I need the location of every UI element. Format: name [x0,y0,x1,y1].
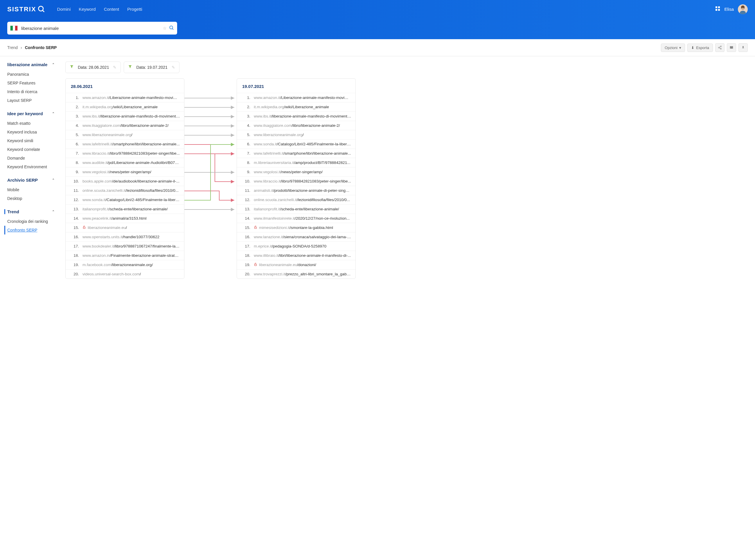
chevron-right-icon: › [21,45,22,50]
serp-row[interactable]: 20.www.trovaprezzi.it/prezzo_altri-libri… [237,269,355,279]
serp-row[interactable]: 16.www.lanazione.it/siena/cronaca/salvat… [237,232,355,241]
serp-url: m.facebook.com/liberazioneanimale.org/ [82,263,180,267]
connectors [185,78,237,279]
serp-row[interactable]: 13.italianonprofit.it/scheda-ente/libera… [65,204,184,214]
share-icon[interactable] [715,43,724,52]
serp-row[interactable]: 12.online.scuola.zanichelli.it/lezionidi… [237,195,355,204]
serp-row[interactable]: 4.www.ilsaggiatore.com/libro/liberazione… [237,121,355,130]
sidebar-section-title[interactable]: liberazione animale⌃ [7,62,58,67]
serp-row[interactable]: 7.www.libraccio.it/libro/9788842821083/p… [65,148,184,158]
breadcrumb-parent[interactable]: Trend [7,45,18,50]
serp-row[interactable]: 17.m.eprice.it/pedagogia-SONDA/d-5258970 [237,241,355,251]
sidebar-item[interactable]: Mobile [7,185,58,194]
nav-link[interactable]: Content [104,7,119,12]
serp-row[interactable]: 6.www.lafeltrinelli.it/smartphone/libri/… [65,139,184,148]
serp-row[interactable]: 19.liberazioneanimale.eu/donazioni/ [237,260,355,269]
sidebar-item[interactable]: Layout SERP [7,96,58,105]
serp-row[interactable]: 10.www.libraccio.it/libro/9788842821083/… [237,176,355,186]
serp-row[interactable]: 17.www.bookdealer.it/libro/9788871067247… [65,241,184,251]
sidebar-item[interactable]: Match esatto [7,119,58,128]
sidebar-item[interactable]: Keyword inclusa [7,128,58,136]
sidebar-item[interactable]: Keyword simili [7,136,58,145]
serp-row[interactable]: 5.www.liberazioneanimale.org/ [237,130,355,139]
serp-row[interactable]: 18.www.illibraio.it/libri/liberazione-an… [237,251,355,260]
sidebar-section-title[interactable]: Trend⌃ [4,209,58,214]
sidebar-section-title[interactable]: Idee per keyword⌃ [7,111,58,116]
serp-url: it.m.wikipedia.org/wiki/Liberazione_anim… [254,105,351,109]
sidebar: liberazione animale⌃PanoramicaSERP Featu… [0,56,58,284]
serp-row[interactable]: 12.www.sonda.it/Catalogo/Libri/2-485/Fin… [65,195,184,204]
serp-rank: 19. [241,263,250,267]
username[interactable]: Elisa [724,7,734,12]
serp-rank: 4. [70,123,79,128]
serp-row[interactable]: 20.videos.universal-search-box.com/ [65,269,184,279]
serp-row[interactable]: 5.www.liberazioneanimale.org/ [65,130,184,139]
content: Data: 28.06.2021 ✎ Data: 19.07.2021 ✎ 28… [58,56,755,284]
serp-row[interactable]: 14.www.peacelink.it/animali/a/3153.html [65,214,184,223]
search-input[interactable] [21,26,160,31]
sidebar-item[interactable]: SERP Features [7,79,58,87]
serp-row[interactable]: 1.www.amazon.it/Liberazione-animale-mani… [65,93,184,102]
pencil-icon[interactable]: ✎ [113,65,116,69]
pushpin-icon[interactable] [738,43,748,52]
serp-row[interactable]: 7.www.lafeltrinelli.it/smartphone/libri/… [237,148,355,158]
filter-date-left[interactable]: Data: 28.06.2021 ✎ [65,61,121,73]
sidebar-item[interactable]: Desktop [7,194,58,203]
logo[interactable]: SISTRIX [7,5,45,13]
serp-row[interactable]: 3.www.ibs.it/liberazione-animale-manifes… [65,112,184,121]
search-icon[interactable] [169,25,174,31]
serp-row[interactable]: 1.www.amazon.it/Liberazione-animale-mani… [237,93,355,102]
serp-row[interactable]: 13.italianonprofit.it/scheda-ente/libera… [237,204,355,214]
serp-col-left: 28.06.2021 1.www.amazon.it/Liberazione-a… [65,78,185,279]
sidebar-item[interactable]: Keyword correlate [7,145,58,154]
apps-icon[interactable] [716,6,720,12]
serp-row[interactable]: 2.it.m.wikipedia.org/wiki/Liberazione_an… [65,102,184,112]
serp-url: liberazioneanimale.eu/ [88,225,180,230]
serp-row[interactable]: 9.www.vegolosi.it/news/peter-singer/amp/ [65,167,184,176]
serp-rank: 6. [241,142,250,146]
serp-row[interactable]: 10.books.apple.com/de/audiobook/liberazi… [65,176,184,186]
serp-row[interactable]: 6.www.sonda.it/Catalogo/Libri/2-485/Fina… [237,139,355,148]
filter-date-right[interactable]: Data: 19.07.2021 ✎ [124,61,179,73]
nav-link[interactable]: Progetti [127,7,142,12]
serp-url: online.scuola.zanichelli.it/lezionidifil… [82,188,180,193]
serp-row[interactable]: 8.www.audible.it/pd/Liberazione-animale-… [65,158,184,167]
options-button[interactable]: Opzioni ▾ [661,43,685,52]
serp-row[interactable]: 9.www.vegolosi.it/news/peter-singer/amp/ [237,167,355,176]
sidebar-item[interactable]: Confronto SERP [4,226,58,235]
serp-rank: 16. [70,235,79,239]
star-icon[interactable]: ☆ [163,26,167,31]
chevron-up-icon: ⌃ [52,178,55,182]
serp-row[interactable]: 16.www.openstarts.units.it/handle/10077/… [65,232,184,241]
serp-row[interactable]: 3.www.ibs.it/liberazione-animale-manifes… [237,112,355,121]
flag-italy-icon[interactable] [10,25,18,31]
serp-rank: 1. [241,96,250,100]
filter-label: Data: 28.06.2021 [78,65,109,69]
serp-row[interactable]: 14.www.ilmanifestoinrete.it/2020/12/27/n… [237,214,355,223]
svg-point-0 [38,6,43,11]
sidebar-section-title[interactable]: Archivio SERP⌃ [7,178,58,182]
nav-link[interactable]: Domini [57,7,71,12]
export-button[interactable]: ⬇ Esporta [688,43,713,52]
serp-row[interactable]: 18.www.amazon.in/Finalmente-liberazione-… [65,251,184,260]
serp-row[interactable]: 8.m.libreriauniversitaria.it/amp/product… [237,158,355,167]
serp-url: it.m.wikipedia.org/wiki/Liberazione_anim… [82,105,180,109]
sidebar-item[interactable]: Cronologia dei ranking [7,217,58,226]
serp-row[interactable]: 4.www.ilsaggiatore.com/libro/liberazione… [65,121,184,130]
sidebar-item[interactable]: Intento di ricerca [7,87,58,96]
serp-row[interactable]: 11.online.scuola.zanichelli.it/lezionidi… [65,186,184,195]
book-icon[interactable] [727,43,736,52]
serp-row[interactable]: 15.liberazioneanimale.eu/ [65,223,184,232]
svg-rect-23 [255,264,257,266]
sidebar-item[interactable]: Panoramica [7,70,58,79]
serp-row[interactable]: 15.mimesisedizioni.it/smontare-la-gabbia… [237,223,355,232]
avatar[interactable] [738,4,748,14]
sidebar-item[interactable]: Domande [7,154,58,162]
serp-rank: 4. [241,123,250,128]
pencil-icon[interactable]: ✎ [172,65,175,69]
serp-row[interactable]: 2.it.m.wikipedia.org/wiki/Liberazione_an… [237,102,355,112]
serp-row[interactable]: 19.m.facebook.com/liberazioneanimale.org… [65,260,184,269]
serp-row[interactable]: 11.animalisti.it/prodotti/liberazione-an… [237,186,355,195]
sidebar-item[interactable]: Keyword Environment [7,162,58,171]
nav-link[interactable]: Keyword [79,7,96,12]
